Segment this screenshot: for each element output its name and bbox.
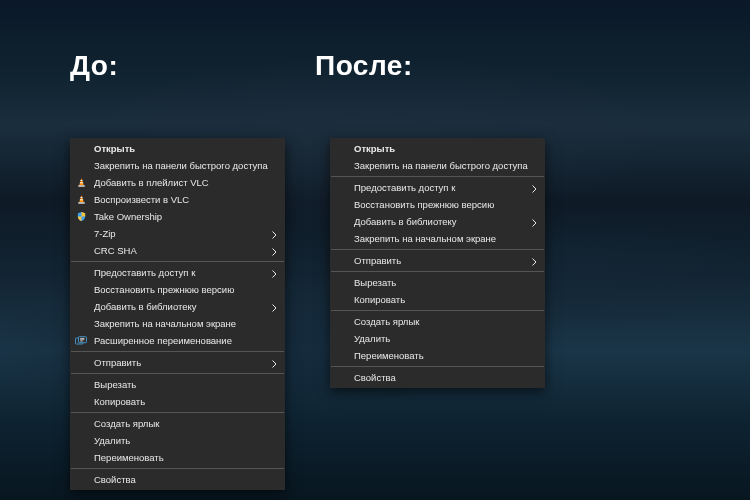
menu-item-отправить[interactable]: Отправить [330, 252, 545, 269]
svg-rect-6 [80, 197, 82, 198]
menu-item-воспроизвести-в-vlc[interactable]: Воспроизвести в VLC [70, 191, 285, 208]
menu-item-добавить-в-плейлист-vlc[interactable]: Добавить в плейлист VLC [70, 174, 285, 191]
menu-item-label: Удалить [94, 435, 130, 446]
menu-item-создать-ярлык[interactable]: Создать ярлык [330, 313, 545, 330]
menu-item-закрепить-на-панели-быстрого-доступа[interactable]: Закрепить на панели быстрого доступа [330, 157, 545, 174]
menu-item-label: Открыть [94, 143, 135, 154]
menu-item-label: Закрепить на панели быстрого доступа [354, 160, 528, 171]
menu-item-label: Создать ярлык [354, 316, 419, 327]
menu-separator [331, 366, 544, 367]
menu-item-label: Переименовать [354, 350, 424, 361]
menu-item-label: Вырезать [354, 277, 396, 288]
chevron-right-icon [532, 184, 537, 192]
svg-rect-2 [80, 180, 82, 181]
menu-item-label: Добавить в плейлист VLC [94, 177, 209, 188]
chevron-right-icon [272, 230, 277, 238]
menu-separator [71, 373, 284, 374]
menu-item-предоставить-доступ-к[interactable]: Предоставить доступ к [330, 179, 545, 196]
menu-separator [71, 468, 284, 469]
chevron-right-icon [532, 257, 537, 265]
menu-item-добавить-в-библиотеку[interactable]: Добавить в библиотеку [330, 213, 545, 230]
menu-item-label: Расширенное переименование [94, 335, 232, 346]
menu-item-закрепить-на-начальном-экране[interactable]: Закрепить на начальном экране [70, 315, 285, 332]
menu-item-label: Закрепить на начальном экране [354, 233, 496, 244]
menu-item-label: Свойства [94, 474, 136, 485]
menu-item-label: Восстановить прежнюю версию [94, 284, 234, 295]
menu-separator [331, 271, 544, 272]
menu-item-открыть[interactable]: Открыть [70, 140, 285, 157]
menu-item-удалить[interactable]: Удалить [330, 330, 545, 347]
menu-item-восстановить-прежнюю-версию[interactable]: Восстановить прежнюю версию [70, 281, 285, 298]
menu-item-label: Свойства [354, 372, 396, 383]
menu-item-label: CRC SHA [94, 245, 137, 256]
chevron-right-icon [272, 269, 277, 277]
menu-item-label: 7-Zip [94, 228, 116, 239]
menu-item-предоставить-доступ-к[interactable]: Предоставить доступ к [70, 264, 285, 281]
menu-separator [71, 412, 284, 413]
menu-item-label: Закрепить на начальном экране [94, 318, 236, 329]
menu-item-закрепить-на-начальном-экране[interactable]: Закрепить на начальном экране [330, 230, 545, 247]
menu-item-вырезать[interactable]: Вырезать [70, 376, 285, 393]
menu-separator [71, 261, 284, 262]
menu-item-вырезать[interactable]: Вырезать [330, 274, 545, 291]
chevron-right-icon [272, 359, 277, 367]
rename-icon [75, 335, 87, 347]
svg-marker-0 [79, 178, 84, 185]
shield-icon [75, 211, 87, 223]
menu-item-label: Открыть [354, 143, 395, 154]
menu-item-переименовать[interactable]: Переименовать [330, 347, 545, 364]
menu-separator [71, 351, 284, 352]
chevron-right-icon [272, 303, 277, 311]
menu-separator [331, 249, 544, 250]
menu-item-label: Создать ярлык [94, 418, 159, 429]
menu-item-открыть[interactable]: Открыть [330, 140, 545, 157]
svg-rect-5 [78, 202, 84, 203]
menu-item-label: Добавить в библиотеку [94, 301, 197, 312]
vlc-icon [75, 194, 87, 206]
menu-item-7-zip[interactable]: 7-Zip [70, 225, 285, 242]
menu-item-добавить-в-библиотеку[interactable]: Добавить в библиотеку [70, 298, 285, 315]
chevron-right-icon [272, 247, 277, 255]
menu-item-label: Восстановить прежнюю версию [354, 199, 494, 210]
svg-rect-1 [78, 185, 84, 186]
menu-item-свойства[interactable]: Свойства [330, 369, 545, 386]
menu-item-label: Отправить [94, 357, 141, 368]
menu-item-переименовать[interactable]: Переименовать [70, 449, 285, 466]
menu-separator [331, 176, 544, 177]
menu-item-label: Отправить [354, 255, 401, 266]
menu-item-label: Предоставить доступ к [94, 267, 195, 278]
menu-item-crc-sha[interactable]: CRC SHA [70, 242, 285, 259]
menu-item-удалить[interactable]: Удалить [70, 432, 285, 449]
menu-item-создать-ярлык[interactable]: Создать ярлык [70, 415, 285, 432]
svg-rect-3 [79, 182, 82, 183]
menu-item-label: Копировать [94, 396, 145, 407]
menu-item-label: Take Ownership [94, 211, 162, 222]
menu-item-восстановить-прежнюю-версию[interactable]: Восстановить прежнюю версию [330, 196, 545, 213]
menu-item-take-ownership[interactable]: Take Ownership [70, 208, 285, 225]
svg-marker-4 [79, 195, 84, 202]
chevron-right-icon [532, 218, 537, 226]
menu-item-label: Копировать [354, 294, 405, 305]
menu-item-label: Переименовать [94, 452, 164, 463]
svg-rect-7 [79, 199, 82, 200]
heading-before: До: [70, 50, 118, 82]
menu-item-копировать[interactable]: Копировать [70, 393, 285, 410]
menu-item-отправить[interactable]: Отправить [70, 354, 285, 371]
menu-item-копировать[interactable]: Копировать [330, 291, 545, 308]
menu-item-расширенное-переименование[interactable]: Расширенное переименование [70, 332, 285, 349]
context-menu-after: ОткрытьЗакрепить на панели быстрого дост… [330, 138, 545, 388]
vlc-icon [75, 177, 87, 189]
menu-item-label: Воспроизвести в VLC [94, 194, 189, 205]
menu-item-свойства[interactable]: Свойства [70, 471, 285, 488]
menu-item-label: Предоставить доступ к [354, 182, 455, 193]
menu-separator [331, 310, 544, 311]
menu-item-закрепить-на-панели-быстрого-доступа[interactable]: Закрепить на панели быстрого доступа [70, 157, 285, 174]
context-menu-before: ОткрытьЗакрепить на панели быстрого дост… [70, 138, 285, 490]
menu-item-label: Закрепить на панели быстрого доступа [94, 160, 268, 171]
menu-item-label: Удалить [354, 333, 390, 344]
menu-item-label: Добавить в библиотеку [354, 216, 457, 227]
heading-after: После: [315, 50, 413, 82]
menu-item-label: Вырезать [94, 379, 136, 390]
